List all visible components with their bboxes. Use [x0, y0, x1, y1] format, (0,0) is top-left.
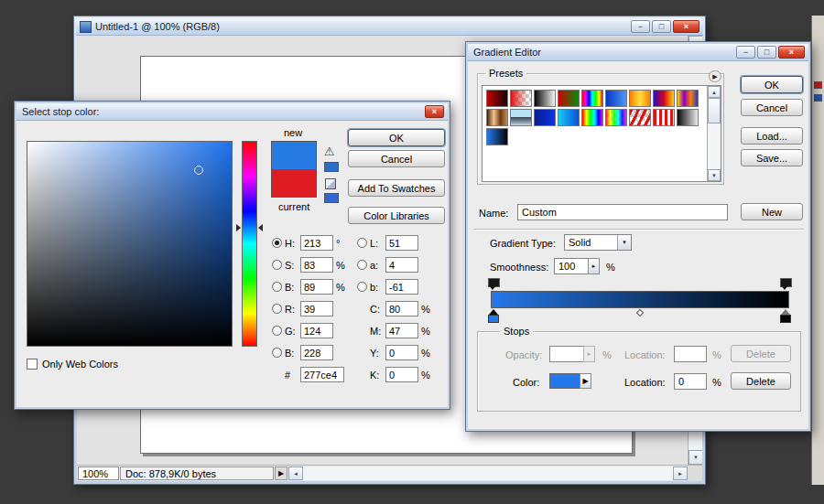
color-field-marker[interactable] — [194, 166, 203, 175]
hue-slider-pointer-left[interactable] — [236, 224, 241, 231]
gradient-preset[interactable] — [629, 90, 651, 107]
horizontal-scrollbar[interactable]: ◄ ► — [288, 466, 688, 480]
cyan-input[interactable] — [385, 301, 418, 316]
gradient-preset[interactable] — [510, 90, 532, 107]
stop-color-swatch[interactable] — [549, 373, 580, 389]
maximize-button[interactable]: □ — [757, 46, 776, 59]
radio-blue[interactable] — [272, 348, 282, 358]
close-button[interactable]: × — [673, 20, 699, 33]
cancel-button[interactable]: Cancel — [348, 150, 445, 167]
black-input[interactable] — [385, 367, 418, 382]
b-input[interactable] — [385, 279, 418, 295]
blue-input[interactable] — [300, 345, 333, 360]
add-to-swatches-button[interactable]: Add To Swatches — [348, 179, 445, 197]
radio-lightness[interactable] — [357, 238, 367, 248]
hue-slider-pointer-right[interactable] — [258, 224, 263, 231]
ok-button[interactable]: OK — [348, 129, 445, 146]
color-stop-left[interactable] — [488, 309, 499, 323]
cancel-button[interactable]: Cancel — [741, 99, 803, 116]
radio-a[interactable] — [357, 260, 367, 270]
gamut-warning-icon[interactable]: ⚠ — [324, 145, 335, 157]
new-button[interactable]: New — [741, 203, 803, 220]
gradient-preset[interactable] — [605, 109, 627, 126]
smoothness-input[interactable] — [554, 258, 589, 274]
color-picker-titlebar[interactable]: Select stop color: × — [16, 103, 448, 121]
gradient-preset[interactable] — [581, 90, 603, 107]
opacity-arrow-icon[interactable]: ▸ — [583, 346, 595, 362]
status-popup-arrow[interactable]: ▶ — [275, 466, 287, 480]
color-field[interactable] — [27, 141, 233, 347]
hue-slider[interactable] — [242, 141, 257, 347]
presets-scrollbar[interactable]: ▲ ▼ — [707, 86, 721, 181]
current-color-swatch[interactable] — [272, 169, 316, 197]
gradient-preset[interactable] — [534, 109, 556, 126]
gradient-preset[interactable] — [581, 109, 603, 126]
web-color-chip[interactable] — [324, 193, 339, 203]
gradient-preview-bar[interactable] — [491, 291, 789, 308]
gradient-preset[interactable] — [510, 109, 532, 126]
midpoint-marker[interactable] — [636, 309, 644, 316]
minimize-button[interactable]: − — [631, 20, 650, 33]
gradient-preset[interactable] — [605, 90, 627, 107]
document-titlebar[interactable]: Untitled-1 @ 100% (RGB/8) − □ × — [76, 18, 703, 36]
gradient-preset[interactable] — [558, 90, 580, 107]
opacity-stop-left[interactable] — [488, 278, 498, 291]
lightness-input[interactable] — [385, 235, 418, 251]
gradient-preset[interactable] — [558, 109, 580, 126]
radio-saturation[interactable] — [272, 260, 282, 270]
scroll-left-button[interactable]: ◄ — [288, 466, 303, 480]
minimize-button[interactable]: − — [736, 46, 755, 59]
radio-hue[interactable] — [272, 238, 282, 248]
zoom-field[interactable]: 100% — [78, 466, 119, 480]
radio-red[interactable] — [272, 304, 282, 314]
swatch-chip[interactable] — [814, 94, 822, 102]
only-web-colors-checkbox[interactable] — [27, 359, 38, 370]
color-location-input[interactable] — [674, 373, 707, 390]
gradient-editor-titlebar[interactable]: Gradient Editor − □ × — [468, 44, 808, 61]
saturation-input[interactable] — [300, 257, 333, 273]
name-input[interactable] — [517, 204, 728, 220]
smoothness-arrow-icon[interactable]: ▸ — [588, 258, 600, 274]
gradient-type-select[interactable]: Solid ▼ — [564, 234, 632, 251]
a-input[interactable] — [385, 257, 418, 273]
scroll-track[interactable] — [708, 123, 721, 169]
chevron-down-icon[interactable]: ▼ — [617, 235, 631, 250]
red-input[interactable] — [300, 301, 333, 316]
magenta-input[interactable] — [385, 323, 418, 338]
web-color-warning-icon[interactable] — [325, 178, 336, 189]
radio-green[interactable] — [272, 326, 282, 336]
brightness-input[interactable] — [300, 279, 333, 295]
yellow-input[interactable] — [385, 345, 418, 360]
scroll-right-button[interactable]: ► — [673, 466, 688, 480]
color-libraries-button[interactable]: Color Libraries — [348, 207, 445, 224]
gradient-preset[interactable] — [629, 109, 651, 126]
delete-color-button[interactable]: Delete — [731, 372, 791, 390]
opacity-input[interactable] — [549, 346, 584, 362]
gradient-preset[interactable] — [653, 109, 675, 126]
hue-input[interactable] — [300, 235, 333, 251]
gradient-preset[interactable] — [486, 90, 508, 107]
opacity-stop-right[interactable] — [780, 278, 790, 291]
presets-menu-icon[interactable]: ▶ — [709, 70, 721, 82]
radio-b[interactable] — [357, 282, 367, 292]
save-button[interactable]: Save... — [741, 149, 803, 166]
opacity-location-input[interactable] — [674, 346, 707, 362]
gradient-preset[interactable] — [486, 128, 508, 145]
delete-opacity-button[interactable]: Delete — [731, 345, 791, 362]
maximize-button[interactable]: □ — [652, 20, 671, 33]
color-stop-right[interactable] — [780, 309, 791, 323]
hex-input[interactable] — [300, 367, 344, 382]
close-button[interactable]: × — [425, 105, 444, 118]
close-button[interactable]: × — [778, 46, 805, 59]
gradient-preset[interactable] — [677, 90, 699, 107]
scroll-down-button[interactable]: ▼ — [688, 450, 702, 465]
gamut-color-chip[interactable] — [324, 162, 339, 172]
load-button[interactable]: Load... — [741, 127, 803, 145]
scroll-up-button[interactable]: ▲ — [708, 86, 721, 98]
green-input[interactable] — [300, 323, 333, 338]
gradient-preset[interactable] — [653, 90, 675, 107]
horizontal-scroll-track[interactable] — [303, 466, 673, 480]
ok-button[interactable]: OK — [741, 76, 803, 93]
gradient-preset[interactable] — [677, 109, 699, 126]
scroll-thumb[interactable] — [708, 98, 721, 123]
